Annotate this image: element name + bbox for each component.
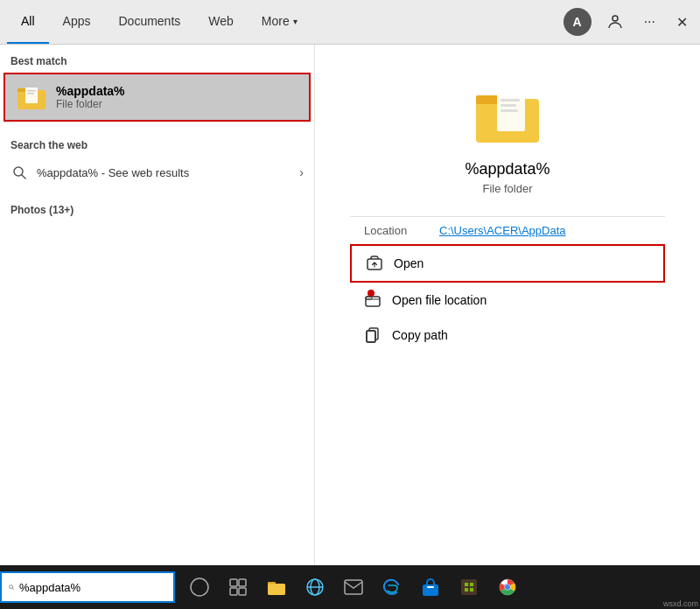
svg-rect-18 xyxy=(366,297,380,306)
user-icon-button[interactable] xyxy=(602,10,628,33)
tab-all[interactable]: All xyxy=(7,0,49,44)
location-row: Location C:\Users\ACER\AppData xyxy=(350,216,665,244)
best-match-type: File folder xyxy=(56,98,125,110)
svg-rect-28 xyxy=(230,588,237,595)
location-label: Location xyxy=(364,224,425,237)
right-title: %appdata% xyxy=(465,160,550,178)
open-label: Open xyxy=(394,256,424,270)
svg-rect-16 xyxy=(500,109,518,112)
svg-rect-15 xyxy=(500,104,516,107)
svg-rect-29 xyxy=(239,588,246,595)
chevron-down-icon: ▾ xyxy=(293,17,298,26)
svg-rect-14 xyxy=(500,99,520,102)
svg-rect-27 xyxy=(239,579,246,586)
person-icon xyxy=(607,14,623,30)
cortana-icon[interactable] xyxy=(182,565,217,609)
mail-icon[interactable] xyxy=(336,565,371,609)
tab-more[interactable]: More ▾ xyxy=(248,0,312,44)
svg-rect-8 xyxy=(27,93,34,94)
avatar[interactable]: A xyxy=(564,8,592,36)
svg-rect-40 xyxy=(465,583,468,586)
tab-documents[interactable]: Documents xyxy=(104,0,194,44)
store-icon[interactable] xyxy=(413,565,448,609)
best-match-text: %appdata% File folder xyxy=(56,84,125,110)
web-section-title: Search the web xyxy=(0,129,314,157)
nav-tabs: All Apps Documents Web More ▾ A ··· xyxy=(0,0,700,45)
tab-web[interactable]: Web xyxy=(194,0,248,44)
photos-title: Photos (13+) xyxy=(0,199,314,221)
svg-line-10 xyxy=(22,175,25,178)
svg-rect-38 xyxy=(427,586,434,588)
open-file-location-button[interactable]: Open file location xyxy=(350,283,665,318)
tab-apps[interactable]: Apps xyxy=(49,0,105,44)
watermark: wsxd.com xyxy=(663,599,698,608)
taskbar-search-input[interactable] xyxy=(19,581,166,594)
svg-rect-7 xyxy=(27,90,36,92)
photos-section: Photos (13+) xyxy=(0,195,314,225)
red-dot-indicator xyxy=(368,290,374,297)
copy-path-button[interactable]: Copy path xyxy=(350,318,665,353)
svg-point-25 xyxy=(191,578,208,596)
right-subtitle: File folder xyxy=(482,182,532,195)
svg-rect-19 xyxy=(366,297,372,299)
open-icon xyxy=(366,255,383,272)
taskbar-search-icon xyxy=(9,581,14,593)
game-icon[interactable] xyxy=(452,565,486,609)
best-match-item[interactable]: %appdata% File folder xyxy=(4,73,311,122)
web-search-item[interactable]: %appdata% - See web results › xyxy=(0,157,314,188)
svg-rect-32 xyxy=(268,584,285,595)
svg-rect-39 xyxy=(461,579,477,595)
svg-rect-21 xyxy=(367,331,375,342)
right-folder-icon xyxy=(472,80,542,150)
svg-rect-26 xyxy=(230,579,237,586)
open-button[interactable]: Open xyxy=(350,244,665,283)
svg-rect-42 xyxy=(465,588,468,592)
open-file-location-label: Open file location xyxy=(392,293,486,307)
network-icon[interactable] xyxy=(298,565,332,609)
svg-rect-41 xyxy=(470,583,473,586)
left-panel: Best match xyxy=(0,45,315,609)
svg-rect-37 xyxy=(423,584,438,596)
chevron-right-icon: › xyxy=(299,165,304,179)
more-options-button[interactable]: ··· xyxy=(639,10,661,33)
nav-tabs-left: All Apps Documents Web More ▾ xyxy=(7,0,312,44)
chrome-icon[interactable] xyxy=(490,565,525,609)
svg-rect-0 xyxy=(612,16,618,21)
taskbar: wsxd.com xyxy=(0,565,700,609)
location-value[interactable]: C:\Users\ACER\AppData xyxy=(439,224,566,237)
svg-line-24 xyxy=(12,588,14,590)
svg-rect-36 xyxy=(345,580,362,594)
nav-tabs-right: A ··· ✕ xyxy=(564,8,693,36)
copy-path-label: Copy path xyxy=(392,328,448,342)
search-icon xyxy=(10,164,28,181)
edge-icon[interactable] xyxy=(374,565,410,609)
content-area: Best match xyxy=(0,45,700,609)
task-view-icon[interactable] xyxy=(220,565,256,609)
right-panel: %appdata% File folder Location C:\Users\… xyxy=(315,45,700,609)
web-search-section: Search the web %appdata% - See web resul… xyxy=(0,122,314,195)
taskbar-search-box[interactable] xyxy=(0,571,175,603)
file-explorer-icon[interactable] xyxy=(259,565,294,609)
taskbar-icons xyxy=(182,565,525,609)
copy-icon xyxy=(364,326,382,344)
svg-rect-43 xyxy=(470,588,473,592)
close-button[interactable]: ✕ xyxy=(671,10,693,34)
svg-rect-12 xyxy=(476,95,500,104)
web-search-text: %appdata% - See web results xyxy=(37,166,290,179)
search-panel: All Apps Documents Web More ▾ A ··· xyxy=(0,0,700,609)
best-match-name: %appdata% xyxy=(56,84,125,98)
more-label: More xyxy=(262,14,290,28)
svg-rect-6 xyxy=(25,88,38,103)
folder-icon xyxy=(16,81,47,113)
best-match-title: Best match xyxy=(0,45,314,73)
svg-point-47 xyxy=(505,584,510,590)
